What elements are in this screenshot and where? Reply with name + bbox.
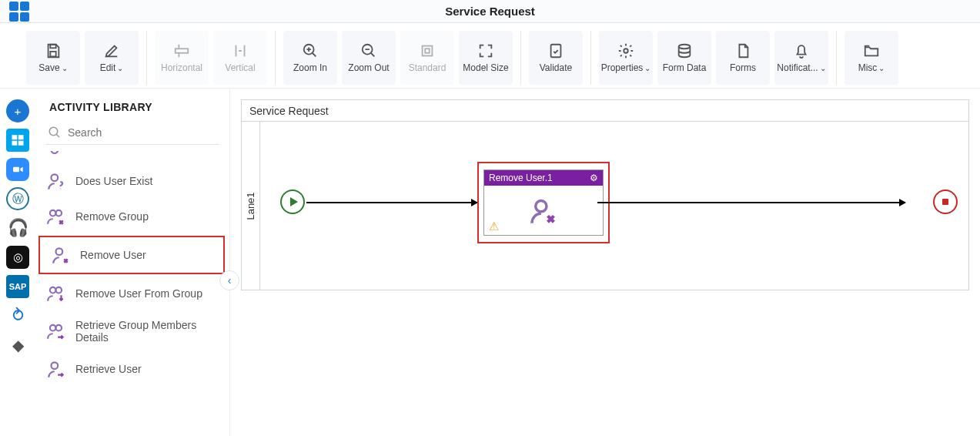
fit-icon xyxy=(419,42,436,59)
group-x-icon xyxy=(46,206,66,226)
validate-icon xyxy=(547,42,564,59)
app-header: Service Request xyxy=(0,0,980,23)
svg-point-17 xyxy=(52,174,59,181)
chevron-down-icon: ⌄ xyxy=(820,64,826,72)
svg-point-18 xyxy=(50,210,56,216)
svg-rect-10 xyxy=(12,135,18,139)
start-node[interactable] xyxy=(280,189,305,214)
svg-point-16 xyxy=(52,151,59,153)
sap-icon[interactable]: SAP xyxy=(6,275,29,298)
end-node[interactable] xyxy=(933,189,958,214)
activity-remove-user[interactable]: Remove User xyxy=(38,236,225,274)
save-button[interactable]: Save⌄ xyxy=(26,31,80,85)
svg-point-26 xyxy=(536,201,547,212)
svg-rect-6 xyxy=(425,49,430,53)
windows-icon[interactable] xyxy=(6,129,29,152)
gear-icon[interactable]: ⚙ xyxy=(590,173,598,183)
edge[interactable] xyxy=(306,202,477,203)
svg-rect-0 xyxy=(50,45,55,49)
folder-icon xyxy=(863,42,880,59)
user-x-icon xyxy=(529,196,558,226)
expand-icon xyxy=(477,42,494,59)
target-icon[interactable]: ◎ xyxy=(6,246,29,269)
zoom-app-icon[interactable] xyxy=(6,158,29,181)
lane-label[interactable]: Lane1 xyxy=(242,122,260,290)
misc-button[interactable]: Misc⌄ xyxy=(845,31,898,85)
panel-title: ACTIVITY LIBRARY xyxy=(35,89,229,119)
activity-retrieve-group-members[interactable]: Retrieve Group Members Details xyxy=(35,311,229,351)
wordpress-icon[interactable]: Ⓦ xyxy=(6,187,29,210)
chevron-down-icon: ⌄ xyxy=(62,64,68,72)
form-data-button[interactable]: Form Data xyxy=(657,31,711,85)
zoom-out-icon xyxy=(360,42,377,59)
headset-icon[interactable]: 🎧 xyxy=(6,216,29,240)
edge[interactable] xyxy=(597,202,905,203)
process-canvas[interactable]: Service Request Lane1 Remove User.1 ⚙ xyxy=(241,99,969,290)
search-input[interactable] xyxy=(68,126,217,139)
model-size-button[interactable]: Model Size xyxy=(459,31,513,85)
divider xyxy=(836,31,837,85)
divider xyxy=(520,31,521,85)
notifications-button[interactable]: Notificat...⌄ xyxy=(774,31,828,85)
warning-icon: ⚠ xyxy=(489,220,499,233)
activity-remove-group[interactable]: Remove Group xyxy=(35,199,229,234)
svg-point-9 xyxy=(679,45,691,49)
page-title: Service Request xyxy=(0,5,980,18)
svg-point-25 xyxy=(52,363,59,370)
group-down-icon xyxy=(46,283,66,304)
svg-point-15 xyxy=(49,127,58,136)
swimlane[interactable]: Remove User.1 ⚙ ⚠ xyxy=(260,122,968,290)
database-icon xyxy=(676,42,693,59)
user-x-icon xyxy=(51,245,71,265)
add-icon[interactable]: + xyxy=(6,99,29,122)
align-vertical-icon xyxy=(232,42,249,59)
forms-button[interactable]: Forms xyxy=(716,31,770,85)
search-icon xyxy=(48,126,62,139)
gear-icon xyxy=(617,42,634,59)
process-title: Service Request xyxy=(242,100,968,122)
zoom-in-icon xyxy=(302,42,319,59)
activity-does-user-exist[interactable]: Does User Exist xyxy=(35,163,229,199)
zoom-in-button[interactable]: Zoom In xyxy=(283,31,337,85)
ethereum-icon[interactable]: ◆ xyxy=(6,334,29,357)
activity-list[interactable]: Does User Exist Remove Group Remove User… xyxy=(35,151,229,436)
divider xyxy=(146,31,147,85)
properties-button[interactable]: Properties⌄ xyxy=(599,31,653,85)
svg-point-24 xyxy=(55,325,62,331)
divider xyxy=(590,31,591,85)
chevron-left-icon: ‹ xyxy=(228,274,232,287)
bell-icon xyxy=(793,42,810,59)
svg-rect-13 xyxy=(18,141,24,146)
node-header: Remove User.1 ⚙ xyxy=(484,170,603,186)
flow-icon[interactable]: ⥁ xyxy=(6,304,29,327)
save-icon xyxy=(45,42,62,59)
chevron-down-icon: ⌄ xyxy=(117,64,123,72)
search-input-wrapper[interactable] xyxy=(46,122,219,145)
align-horizontal-icon xyxy=(173,42,190,59)
svg-rect-7 xyxy=(551,45,561,58)
document-icon xyxy=(734,42,751,59)
svg-point-8 xyxy=(624,49,628,53)
edit-button[interactable]: Edit⌄ xyxy=(85,31,139,85)
collapse-panel-button[interactable]: ‹ xyxy=(219,270,239,290)
svg-point-19 xyxy=(55,210,62,216)
activity-node-remove-user[interactable]: Remove User.1 ⚙ ⚠ xyxy=(483,169,604,236)
svg-rect-14 xyxy=(13,167,19,173)
group-arrow-icon xyxy=(46,321,66,341)
app-rail: + Ⓦ 🎧 ◎ SAP ⥁ ◆ xyxy=(0,89,35,436)
standard-zoom-button: Standard xyxy=(400,31,454,85)
list-item[interactable] xyxy=(35,151,229,163)
activity-library-panel: ACTIVITY LIBRARY Does User Exist Remove … xyxy=(35,89,230,436)
user-question-icon xyxy=(46,171,66,191)
horizontal-button: Horizontal xyxy=(155,31,209,85)
zoom-out-button[interactable]: Zoom Out xyxy=(342,31,396,85)
svg-rect-11 xyxy=(18,135,24,139)
activity-remove-user-from-group[interactable]: Remove User From Group xyxy=(35,276,229,311)
activity-retrieve-user[interactable]: Retrieve User xyxy=(35,351,229,387)
validate-button[interactable]: Validate xyxy=(529,31,583,85)
toolbar: Save⌄ Edit⌄ Horizontal Vertical Zoom In … xyxy=(0,23,980,89)
chevron-down-icon: ⌄ xyxy=(644,64,651,72)
app-grid-icon[interactable] xyxy=(9,2,29,22)
pencil-icon xyxy=(103,42,120,59)
svg-point-20 xyxy=(56,248,63,255)
